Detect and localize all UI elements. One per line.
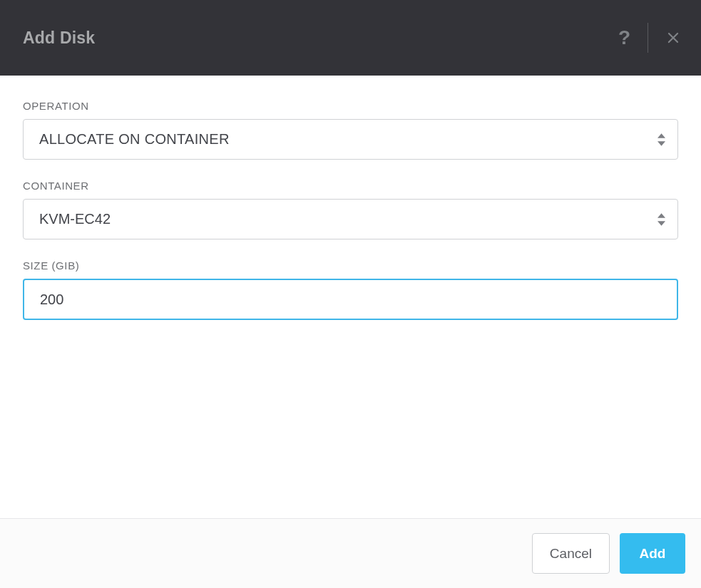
- close-icon[interactable]: [648, 29, 682, 47]
- add-button[interactable]: Add: [620, 533, 685, 574]
- operation-select[interactable]: ALLOCATE ON CONTAINER: [23, 119, 678, 160]
- dialog-footer: Cancel Add: [0, 518, 701, 588]
- add-disk-dialog: Add Disk ? OPERATION ALLOCATE ON CONTAIN…: [0, 0, 701, 588]
- operation-field: OPERATION ALLOCATE ON CONTAINER: [23, 100, 678, 160]
- container-select-value: KVM-EC42: [39, 211, 111, 227]
- container-select-wrap: KVM-EC42: [23, 199, 678, 239]
- operation-select-value: ALLOCATE ON CONTAINER: [39, 131, 230, 148]
- container-label: CONTAINER: [23, 180, 678, 192]
- header-actions: ?: [601, 0, 682, 76]
- size-field: SIZE (GIB): [23, 259, 678, 320]
- size-label: SIZE (GIB): [23, 259, 678, 272]
- operation-select-wrap: ALLOCATE ON CONTAINER: [23, 119, 678, 160]
- help-icon[interactable]: ?: [601, 23, 648, 53]
- size-input[interactable]: [23, 279, 678, 320]
- container-select[interactable]: KVM-EC42: [23, 199, 678, 239]
- dialog-title: Add Disk: [23, 29, 95, 48]
- dialog-body: OPERATION ALLOCATE ON CONTAINER CONTAINE…: [0, 76, 701, 518]
- dialog-header: Add Disk ?: [0, 0, 701, 76]
- container-field: CONTAINER KVM-EC42: [23, 180, 678, 239]
- cancel-button[interactable]: Cancel: [532, 533, 610, 574]
- operation-label: OPERATION: [23, 100, 678, 112]
